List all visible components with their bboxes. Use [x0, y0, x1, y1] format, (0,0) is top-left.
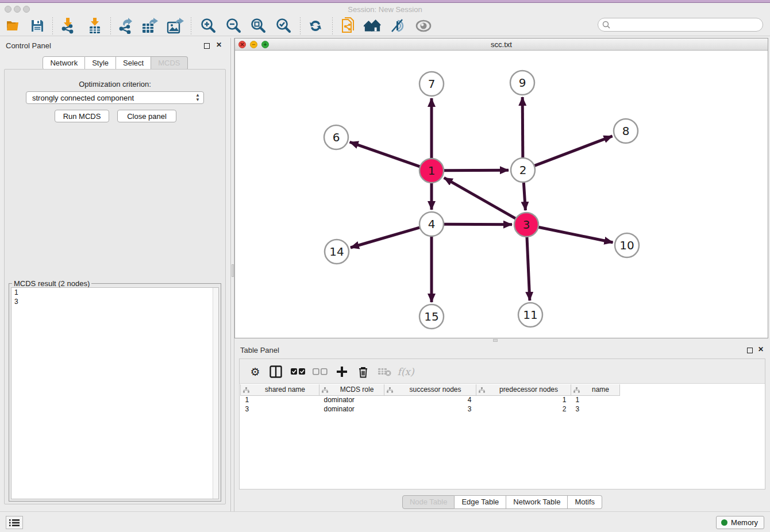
- graph-node-7[interactable]: 7: [419, 72, 444, 96]
- column-header-shared-name[interactable]: shared name: [241, 384, 319, 395]
- import-table-icon[interactable]: [86, 18, 103, 34]
- splitter-grip[interactable]: [493, 339, 498, 342]
- table-row[interactable]: 1dominator411: [241, 395, 620, 404]
- export-table-icon[interactable]: [141, 18, 159, 34]
- graph-node-9[interactable]: 9: [510, 71, 534, 95]
- toolbar-separator: [52, 17, 53, 34]
- zoom-in-icon[interactable]: [199, 18, 217, 34]
- graph-node-15[interactable]: 15: [419, 304, 444, 329]
- node-label: 6: [333, 130, 340, 144]
- splitter-grip[interactable]: [232, 264, 234, 277]
- save-session-icon[interactable]: [29, 18, 46, 34]
- column-header-predecessor-nodes[interactable]: predecessor nodes: [476, 384, 571, 395]
- tab-edge-table[interactable]: Edge Table: [455, 495, 506, 509]
- graph-node-10[interactable]: 10: [615, 233, 639, 257]
- edge-4-14[interactable]: [351, 228, 420, 248]
- network-canvas[interactable]: 7968124314101511: [235, 51, 768, 338]
- float-table-panel-icon[interactable]: [747, 348, 753, 353]
- graph-node-8[interactable]: 8: [614, 119, 638, 143]
- column-header-MCDS-role[interactable]: MCDS role: [319, 384, 384, 395]
- tab-select[interactable]: Select: [116, 56, 151, 70]
- table-options-icon[interactable]: ⚙: [247, 363, 264, 380]
- graph-node-14[interactable]: 14: [325, 240, 349, 264]
- first-neighbors-icon[interactable]: [364, 18, 381, 34]
- select-stepper-icon: ▲▼: [195, 93, 200, 102]
- mcds-result-list[interactable]: 1 3: [11, 287, 219, 499]
- birds-eye-view-icon[interactable]: [415, 18, 432, 34]
- show-hide-graphics-details-icon[interactable]: [389, 18, 406, 34]
- export-image-icon[interactable]: [167, 18, 184, 34]
- zoom-out-icon[interactable]: [225, 18, 242, 34]
- export-network-icon[interactable]: [117, 18, 134, 34]
- float-panel-icon[interactable]: [204, 43, 210, 49]
- tab-motifs[interactable]: Motifs: [568, 495, 602, 509]
- import-network-icon[interactable]: [59, 18, 76, 34]
- graph-node-3[interactable]: 3: [514, 213, 538, 237]
- function-builder-icon[interactable]: f(x): [397, 363, 414, 380]
- table-cell: 1: [241, 395, 319, 404]
- node-label: 10: [619, 238, 634, 252]
- toolbar-separator: [191, 17, 191, 34]
- edge-3-1[interactable]: [444, 178, 516, 218]
- edge-3-11[interactable]: [527, 237, 530, 300]
- table-panel-title: Table Panel: [240, 346, 279, 354]
- run-mcds-button[interactable]: Run MCDS: [55, 110, 109, 122]
- node-label: 3: [523, 218, 530, 232]
- edge-4-3[interactable]: [444, 224, 512, 225]
- mcds-result-item: 3: [11, 297, 218, 306]
- close-panel-button[interactable]: Close panel: [117, 110, 176, 122]
- show-column-panel-icon[interactable]: [267, 363, 284, 380]
- graph-node-6[interactable]: 6: [324, 125, 348, 149]
- edge-2-3[interactable]: [523, 182, 525, 210]
- node-label: 11: [523, 308, 537, 322]
- open-session-icon[interactable]: [5, 18, 22, 34]
- criterion-value: strongly connected component: [32, 94, 134, 102]
- optimization-criterion-label: Optimization criterion:: [5, 80, 225, 88]
- close-panel-icon[interactable]: ✕: [215, 42, 222, 49]
- delete-columns-icon[interactable]: [355, 363, 372, 380]
- vertical-splitter[interactable]: [230, 38, 234, 511]
- edge-1-2[interactable]: [444, 170, 509, 171]
- unselect-all-columns-icon[interactable]: [311, 363, 329, 380]
- create-column-icon[interactable]: [333, 363, 351, 380]
- tab-network[interactable]: Network: [43, 56, 85, 70]
- column-header-name[interactable]: name: [571, 384, 620, 395]
- horizontal-splitter[interactable]: [234, 338, 770, 342]
- edge-2-8[interactable]: [534, 136, 613, 166]
- criterion-select[interactable]: strongly connected component ▲▼: [26, 91, 204, 104]
- tab-network-table[interactable]: Network Table: [506, 495, 568, 509]
- result-scrollbar[interactable]: [213, 288, 218, 499]
- table-row[interactable]: 3dominator323: [241, 404, 620, 414]
- select-all-columns-icon[interactable]: [290, 363, 307, 380]
- memory-label: Memory: [731, 518, 758, 527]
- node-label: 15: [424, 310, 438, 323]
- app-titlebar: Session: New Session: [0, 3, 770, 15]
- zoom-fit-icon[interactable]: [249, 18, 267, 34]
- zoom-selected-icon[interactable]: [275, 18, 292, 34]
- network-window-titlebar[interactable]: ✕ − + scc.txt: [235, 38, 768, 51]
- edge-3-10[interactable]: [538, 227, 613, 242]
- table-toolbar: ⚙ f(x): [240, 359, 765, 384]
- close-table-panel-icon[interactable]: ✕: [757, 346, 764, 353]
- graph-node-2[interactable]: 2: [511, 158, 535, 182]
- graph-node-1[interactable]: 1: [419, 159, 444, 183]
- graph-node-11[interactable]: 11: [518, 303, 542, 327]
- tab-mcds[interactable]: MCDS: [151, 56, 187, 70]
- edge-1-6[interactable]: [350, 142, 421, 167]
- tab-node-table[interactable]: Node Table: [402, 495, 455, 509]
- new-network-from-selection-icon[interactable]: [339, 18, 356, 34]
- refresh-icon[interactable]: [307, 18, 324, 34]
- task-history-button[interactable]: [6, 516, 23, 529]
- column-header-label: MCDS role: [340, 385, 374, 394]
- search-field[interactable]: [598, 18, 763, 32]
- delete-table-icon[interactable]: [376, 363, 393, 380]
- memory-button[interactable]: Memory: [716, 516, 764, 529]
- list-icon: [9, 519, 20, 527]
- graph-node-4[interactable]: 4: [419, 212, 444, 236]
- tab-style[interactable]: Style: [85, 56, 116, 70]
- column-header-successor-nodes[interactable]: successor nodes: [384, 384, 476, 395]
- node-label: 8: [622, 124, 630, 138]
- toolbar-separator: [110, 17, 111, 34]
- search-input[interactable]: [610, 21, 763, 29]
- edge-2-9[interactable]: [522, 97, 523, 158]
